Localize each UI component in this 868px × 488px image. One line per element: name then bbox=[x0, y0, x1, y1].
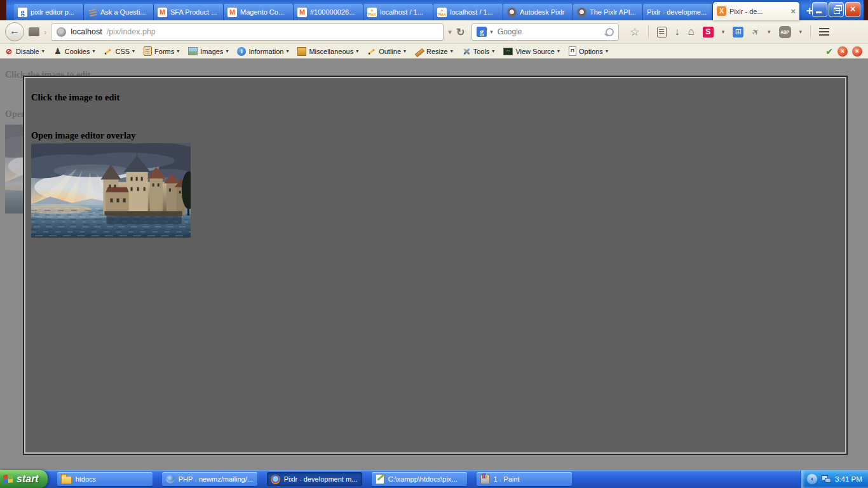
home-icon[interactable]: ⌂ bbox=[688, 25, 695, 38]
devbar-label: Images bbox=[200, 48, 223, 55]
tab-label: #100000026... bbox=[310, 8, 359, 16]
tab-label: Ask a Questi... bbox=[100, 8, 149, 16]
adblock-plus-icon[interactable]: ABP bbox=[779, 26, 791, 38]
tab-ask-a-question[interactable]: Ask a Questi... bbox=[84, 4, 154, 20]
tab-close-icon[interactable]: × bbox=[790, 7, 796, 15]
devbar-label: Cookies bbox=[65, 48, 90, 55]
tab-pixlr-de-active[interactable]: X Pixlr - de... × bbox=[713, 2, 799, 20]
paint-icon bbox=[480, 475, 490, 484]
stackoverflow-favicon-icon bbox=[88, 8, 97, 17]
taskbar-button-htdocs[interactable]: htdocs bbox=[57, 472, 153, 486]
magento-favicon-icon: M bbox=[158, 8, 167, 17]
start-label: start bbox=[17, 473, 39, 485]
tab-phpmyadmin-2[interactable]: PMA localhost / 1... bbox=[433, 4, 503, 20]
devbar-label: Information bbox=[248, 48, 283, 55]
downloads-icon[interactable]: ↓ bbox=[675, 26, 680, 37]
site-button-icon[interactable] bbox=[29, 27, 39, 36]
open-editor-link[interactable]: Open image editor overlay bbox=[31, 130, 135, 141]
google-search-engine-icon[interactable]: g bbox=[477, 27, 487, 37]
blue-extension-icon[interactable]: ⊞ bbox=[733, 27, 743, 37]
devbar-label: Forms bbox=[154, 48, 174, 55]
window-controls: × bbox=[812, 2, 860, 17]
taskbar-button-label: PHP - newmz/mailing/... bbox=[179, 475, 253, 483]
editor-overlay: Click the image to edit Open image edito… bbox=[23, 76, 848, 455]
devbar-label: Resize bbox=[426, 48, 448, 55]
devbar-label: Options bbox=[579, 48, 603, 55]
tab-autodesk-pixlr[interactable]: Autodesk Pixlr bbox=[503, 4, 573, 20]
minimize-icon bbox=[816, 11, 822, 13]
taskbar-button-paint[interactable]: 1 - Paint bbox=[477, 472, 572, 486]
devbar-item-options[interactable]: ΠOptions bbox=[569, 46, 608, 56]
bookmark-star-icon[interactable]: ☆ bbox=[630, 25, 639, 39]
castle-image[interactable] bbox=[31, 143, 191, 238]
cookies-person-icon: ♟ bbox=[53, 47, 62, 56]
devbar-item-css[interactable]: CSS bbox=[104, 47, 135, 56]
windows-logo-icon bbox=[3, 474, 13, 484]
miscellaneous-box-icon bbox=[297, 47, 306, 56]
taskbar-button-notepadpp[interactable]: C:\xampp\htdocs\pix... bbox=[372, 472, 467, 486]
tab-label: Magento Co... bbox=[240, 8, 289, 16]
pixlr-favicon-icon bbox=[577, 8, 587, 17]
url-bar[interactable]: localhost/pix/index.php bbox=[51, 24, 444, 41]
tab-pixlr-development[interactable]: Pixlr - developme... bbox=[643, 4, 713, 20]
outline-pencil-icon bbox=[367, 47, 376, 56]
taskbar-button-pixlr-firefox[interactable]: Pixlr - development m... bbox=[267, 472, 362, 486]
taskbar-button-php-eclipse[interactable]: PHP - newmz/mailing/... bbox=[162, 472, 257, 486]
separator bbox=[810, 25, 811, 38]
menu-hamburger-icon[interactable] bbox=[819, 28, 829, 29]
error-icon[interactable]: × bbox=[837, 46, 848, 57]
devbar-item-resize[interactable]: Resize bbox=[415, 47, 453, 56]
tab-label: Autodesk Pixlr bbox=[520, 8, 569, 16]
system-tray: ‹ 3:41 PM bbox=[801, 470, 868, 488]
search-icon[interactable] bbox=[606, 28, 614, 36]
start-button[interactable]: start bbox=[0, 470, 48, 488]
tab-sfa-product[interactable]: M SFA Product ... bbox=[154, 4, 224, 20]
reload-icon[interactable]: ↻ bbox=[456, 26, 465, 38]
devbar-item-forms[interactable]: Forms bbox=[144, 46, 179, 56]
tab-pixlr-api[interactable]: The Pixlr API... bbox=[573, 4, 643, 20]
valid-check-icon[interactable]: ✔ bbox=[825, 46, 833, 57]
taskbar-button-label: htdocs bbox=[76, 475, 96, 483]
devbar-item-outline[interactable]: Outline bbox=[367, 47, 406, 56]
phpmyadmin-favicon-icon: PMA bbox=[437, 8, 447, 17]
close-button[interactable]: × bbox=[845, 2, 860, 17]
restore-button[interactable] bbox=[829, 2, 844, 17]
search-input[interactable] bbox=[496, 27, 602, 37]
tab-order-number[interactable]: M #100000026... bbox=[294, 4, 363, 20]
taskbar-button-label: Pixlr - development m... bbox=[284, 475, 358, 483]
tab-label: Pixlr - developme... bbox=[647, 8, 709, 16]
adblock-dropdown-icon[interactable]: ▾ bbox=[799, 29, 803, 35]
tab-phpmyadmin-1[interactable]: PMA localhost / 1... bbox=[363, 4, 433, 20]
devbar-item-images[interactable]: Images bbox=[188, 47, 228, 55]
navigation-toolbar: ← › localhost/pix/index.php ▾ ↻ g ▾ ☆ ↓ … bbox=[0, 20, 868, 44]
devbar-item-disable[interactable]: ⊘Disable bbox=[4, 47, 44, 56]
chevron-icon: › bbox=[44, 27, 46, 37]
globe-site-icon bbox=[57, 27, 66, 37]
stylish-dropdown-icon[interactable]: ▾ bbox=[722, 29, 725, 35]
devbar-label: Outline bbox=[379, 48, 401, 55]
phpmyadmin-favicon-icon: PMA bbox=[367, 8, 377, 17]
minimize-button[interactable] bbox=[812, 2, 827, 17]
fly-extension-icon[interactable]: ✈ bbox=[750, 25, 762, 38]
pixlr-favicon-icon bbox=[507, 8, 517, 17]
search-engine-dropdown-icon[interactable]: ▾ bbox=[490, 29, 493, 35]
tab-magento-connect[interactable]: M Magento Co... bbox=[224, 4, 294, 20]
back-button[interactable]: ← bbox=[5, 22, 24, 41]
network-icon[interactable] bbox=[822, 475, 831, 483]
search-box[interactable]: g ▾ bbox=[471, 24, 619, 41]
tray-collapse-icon[interactable]: ‹ bbox=[807, 474, 817, 484]
folder-icon bbox=[61, 476, 72, 484]
devbar-item-miscellaneous[interactable]: Miscellaneous bbox=[297, 47, 358, 56]
stylish-extension-icon[interactable]: S bbox=[703, 27, 714, 37]
url-history-dropdown-icon[interactable]: ▾ bbox=[448, 28, 452, 36]
devbar-item-information[interactable]: iInformation bbox=[237, 47, 288, 56]
url-path: /pix/index.php bbox=[107, 27, 156, 36]
devbar-item-tools[interactable]: Tools bbox=[462, 47, 495, 56]
devbar-item-cookies[interactable]: ♟Cookies bbox=[53, 47, 95, 56]
fly-dropdown-icon[interactable]: ▾ bbox=[768, 29, 771, 35]
devbar-item-view-source[interactable]: <>View Source bbox=[503, 48, 560, 55]
clock: 3:41 PM bbox=[835, 475, 862, 483]
tab-pixlr-editor-search[interactable]: g pixlr editor p... bbox=[14, 4, 84, 20]
error-icon[interactable]: × bbox=[852, 46, 862, 57]
bookmarks-menu-icon[interactable] bbox=[657, 27, 667, 37]
